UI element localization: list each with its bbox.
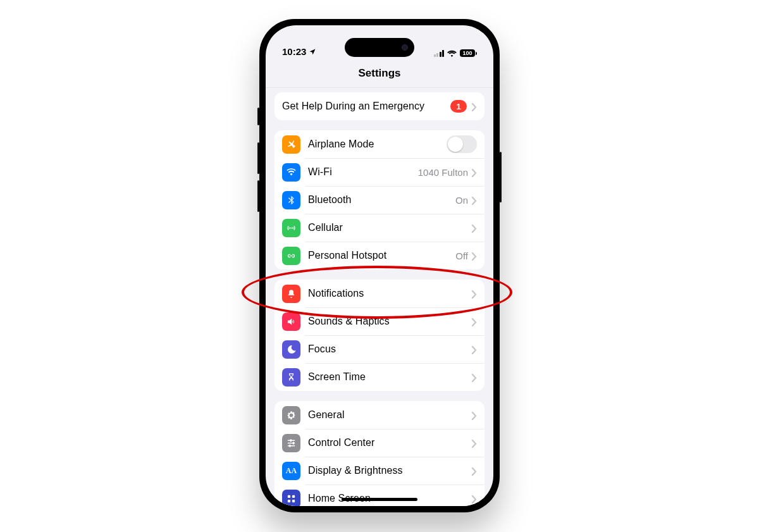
hotspot-icon — [282, 247, 300, 265]
iphone-frame: 10:23 100 Settings Get Help — [259, 19, 500, 512]
wifi-icon — [282, 163, 300, 182]
row-focus[interactable]: Focus — [275, 335, 484, 363]
row-label: Control Center — [308, 437, 472, 448]
row-label: Personal Hotspot — [308, 250, 455, 261]
sliders-icon — [282, 434, 300, 452]
settings-list[interactable]: Get Help During an Emergency 1 Airplane … — [266, 87, 493, 506]
moon-icon — [282, 340, 300, 359]
status-time: 10:23 — [282, 46, 306, 57]
row-bluetooth[interactable]: Bluetooth On — [275, 186, 484, 214]
row-screen-time[interactable]: Screen Time — [275, 363, 484, 391]
svg-rect-3 — [292, 499, 295, 502]
row-detail: 1040 Fulton — [418, 167, 468, 178]
speaker-icon — [282, 312, 300, 331]
chevron-right-icon — [472, 318, 477, 326]
row-notifications[interactable]: Notifications — [275, 280, 484, 307]
row-label: Notifications — [308, 288, 472, 299]
text-size-icon: AA — [282, 462, 300, 480]
screen: 10:23 100 Settings Get Help — [266, 25, 493, 506]
chevron-right-icon — [472, 439, 477, 447]
chevron-right-icon — [472, 290, 477, 298]
row-label: Display & Brightness — [308, 465, 472, 476]
row-general[interactable]: General — [275, 401, 484, 429]
row-control-center[interactable]: Control Center — [275, 429, 484, 457]
gear-icon — [282, 406, 300, 424]
row-label: Airplane Mode — [308, 139, 447, 150]
row-label: Get Help During an Emergency — [282, 101, 450, 112]
chevron-right-icon — [472, 102, 477, 111]
hourglass-icon — [282, 368, 300, 387]
row-label: Cellular — [308, 222, 472, 233]
row-home-screen[interactable]: Home Screen — [275, 485, 484, 506]
cellular-signal-icon — [434, 50, 445, 57]
svg-rect-1 — [292, 495, 295, 497]
row-label: Screen Time — [308, 371, 472, 383]
bluetooth-icon — [282, 191, 300, 209]
chevron-right-icon — [472, 168, 477, 176]
grid-icon — [282, 490, 300, 507]
row-label: Bluetooth — [308, 194, 455, 206]
row-label: Wi-Fi — [308, 166, 418, 178]
row-wifi[interactable]: Wi-Fi 1040 Fulton — [275, 158, 484, 186]
cellular-icon — [282, 219, 300, 237]
svg-rect-2 — [288, 499, 290, 502]
row-detail: On — [455, 195, 468, 206]
row-personal-hotspot[interactable]: Personal Hotspot Off — [275, 242, 484, 269]
row-label: General — [308, 409, 472, 421]
row-detail: Off — [455, 251, 468, 261]
chevron-right-icon — [472, 495, 477, 503]
chevron-right-icon — [472, 345, 477, 354]
row-sounds-haptics[interactable]: Sounds & Haptics — [275, 307, 484, 335]
chevron-right-icon — [472, 224, 477, 232]
row-cellular[interactable]: Cellular — [275, 214, 484, 242]
row-label: Focus — [308, 343, 472, 355]
chevron-right-icon — [472, 373, 477, 381]
home-indicator[interactable] — [342, 498, 417, 501]
row-emergency[interactable]: Get Help During an Emergency 1 — [275, 92, 484, 120]
chevron-right-icon — [472, 411, 477, 419]
airplane-icon — [282, 135, 300, 154]
chevron-right-icon — [472, 252, 477, 260]
airplane-toggle[interactable] — [447, 135, 477, 153]
page-title: Settings — [266, 59, 493, 88]
bell-icon — [282, 285, 300, 303]
row-display-brightness[interactable]: AA Display & Brightness — [275, 457, 484, 485]
status-bar: 10:23 100 — [266, 25, 493, 59]
battery-indicator: 100 — [460, 49, 477, 57]
wifi-icon — [447, 50, 457, 57]
svg-rect-0 — [288, 495, 290, 497]
location-icon — [309, 48, 316, 56]
chevron-right-icon — [472, 467, 477, 475]
row-airplane-mode[interactable]: Airplane Mode — [275, 130, 484, 158]
notification-badge: 1 — [450, 100, 467, 113]
row-label: Sounds & Haptics — [308, 316, 472, 327]
chevron-right-icon — [472, 196, 477, 204]
